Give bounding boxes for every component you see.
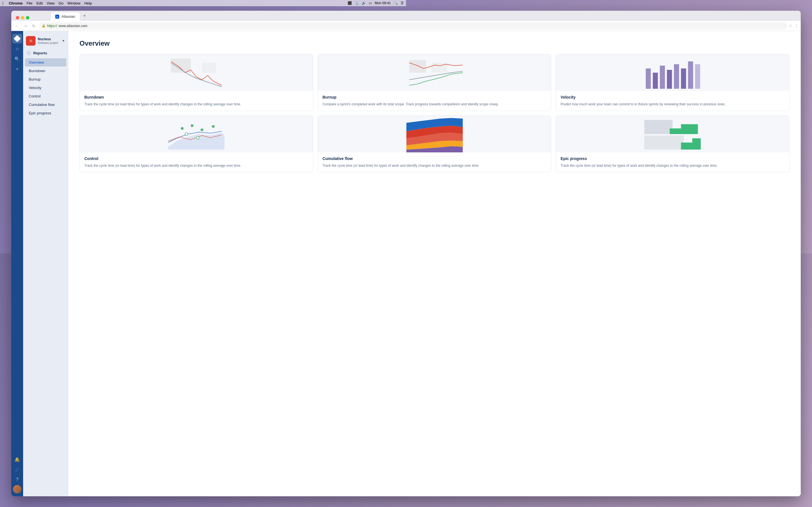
burnup-chart (318, 54, 406, 91)
project-chevron-icon: ▼ (62, 39, 65, 43)
battery-icon: ▭ (369, 1, 372, 5)
nav-item-epic-progress[interactable]: Epic progress (25, 109, 66, 117)
project-info: Nucleus Software project (38, 37, 59, 44)
nav-item-velocity[interactable]: Velocity (25, 83, 66, 92)
traffic-lights (16, 16, 29, 19)
svg-rect-0 (171, 59, 191, 73)
svg-point-17 (185, 133, 188, 135)
project-type: Software project (38, 41, 59, 45)
address-bar: ← → ↻ 🔒 https:// www.atlassian.com ☆ ⋮ (11, 21, 406, 31)
forward-button[interactable]: → (22, 22, 29, 29)
tab-bar: A Atlassian + (11, 11, 406, 21)
close-button[interactable] (16, 16, 19, 19)
nav-item-burnup[interactable]: Burnup (25, 75, 66, 83)
card-burndown[interactable]: Burndown Track the cycle time (or lead t… (80, 54, 313, 111)
fullscreen-button[interactable] (26, 16, 29, 19)
url-bar[interactable]: 🔒 https:// www.atlassian.com (39, 22, 406, 30)
new-tab-button[interactable]: + (81, 12, 88, 19)
volume-icon: 🔊 (362, 1, 366, 5)
tab-label: Atlassian (61, 15, 75, 18)
svg-point-18 (196, 136, 199, 139)
sidebar-starred-icon[interactable]: ☆ (12, 44, 22, 54)
browser-window: A Atlassian + ← → ↻ 🔒 https:// www.atlas… (11, 11, 406, 253)
burnup-title: Burnup (322, 95, 406, 100)
card-burnup[interactable]: Burnup Compare a sprint's completed work… (318, 54, 406, 111)
card-control[interactable]: Control Track the cycle time (or lead ti… (80, 115, 313, 172)
burndown-chart (80, 54, 313, 91)
apple-menu[interactable]:  (2, 1, 4, 5)
burnup-desc: Compare a sprint's completed work with i… (322, 102, 406, 107)
sidebar-search-icon[interactable]: 🔍 (12, 54, 22, 64)
menu-help[interactable]: Help (84, 1, 92, 5)
nav-section-reports[interactable]: ← Reports (23, 48, 68, 58)
wifi-icon: ⚓ (355, 1, 359, 5)
url-domain: www.atlassian.com (59, 24, 87, 28)
svg-point-15 (200, 128, 203, 131)
tab-favicon: A (55, 15, 59, 18)
ssl-lock-icon: 🔒 (42, 24, 46, 27)
control-chart (80, 116, 313, 152)
nav-item-burndown[interactable]: Burndown (25, 67, 66, 75)
cards-grid: Burndown Track the cycle time (or lead t… (80, 54, 406, 172)
project-name: Nucleus (38, 37, 59, 41)
burndown-title: Burndown (84, 95, 308, 100)
main-content: Overview (68, 31, 406, 253)
cumflow-title: Cumulative flow (322, 156, 406, 161)
menu-edit[interactable]: Edit (36, 1, 43, 5)
nav-item-overview[interactable]: Overview (25, 58, 66, 66)
menu-chrome[interactable]: Chrome (9, 1, 22, 5)
burnup-card-body: Burnup Compare a sprint's completed work… (318, 91, 406, 111)
nav-item-cumulative-flow[interactable]: Cumulative flow (25, 101, 66, 109)
control-card-body: Control Track the cycle time (or lead ti… (80, 152, 313, 172)
cumflow-chart (318, 116, 406, 152)
nav-back-button[interactable]: ← (26, 50, 32, 56)
svg-rect-1 (202, 63, 216, 73)
nav-item-control[interactable]: Control (25, 92, 66, 100)
menu-list-icon[interactable]: ☰ (401, 1, 404, 5)
airplay-icon: ⬛ (348, 1, 352, 5)
url-https: https:// (47, 24, 57, 28)
minimize-button[interactable] (21, 16, 24, 19)
project-header[interactable]: ⚛ Nucleus Software project ▼ (23, 34, 68, 48)
card-cumulative-flow[interactable]: Cumulative flow Track the cycle time (or… (318, 115, 406, 172)
page-title: Overview (80, 40, 406, 47)
back-button[interactable]: ← (13, 22, 20, 29)
refresh-button[interactable]: ↻ (31, 22, 37, 29)
cumflow-desc: Track the cycle time (or lead time) for … (322, 163, 406, 168)
menu-window[interactable]: Window (67, 1, 80, 5)
menu-bar:  Chrome File Edit View Go Window Help ⬛… (0, 0, 406, 6)
sidebar-icons: ☆ 🔍 + 🔔 ☄ ? (11, 31, 23, 253)
search-icon[interactable]: 🔍 (394, 1, 398, 5)
active-tab[interactable]: A Atlassian (51, 12, 80, 21)
app-content: ☆ 🔍 + 🔔 ☄ ? ⚛ Nucleus Software project ▼ (11, 31, 406, 253)
svg-point-16 (212, 125, 214, 128)
menu-view[interactable]: View (47, 1, 55, 5)
clock: Mon 09:41 (375, 1, 391, 5)
project-icon: ⚛ (26, 36, 36, 46)
svg-point-13 (181, 127, 184, 130)
sidebar-create-icon[interactable]: + (12, 64, 22, 74)
control-title: Control (84, 156, 308, 161)
burndown-card-body: Burndown Track the cycle time (or lead t… (80, 91, 313, 111)
browser-chrome: A Atlassian + ← → ↻ 🔒 https:// www.atlas… (11, 11, 406, 31)
svg-point-14 (191, 124, 193, 127)
project-nav: ⚛ Nucleus Software project ▼ ← Reports O… (23, 31, 68, 253)
cumflow-card-body: Cumulative flow Track the cycle time (or… (318, 152, 406, 172)
menu-go[interactable]: Go (59, 1, 63, 5)
nav-section-label: Reports (33, 51, 47, 55)
sidebar-home-icon[interactable] (12, 34, 22, 43)
menu-file[interactable]: File (27, 1, 33, 5)
control-desc: Track the cycle time (or lead time) for … (84, 163, 308, 168)
svg-marker-12 (168, 133, 224, 150)
burndown-desc: Track the cycle time (or lead time) for … (84, 102, 308, 107)
